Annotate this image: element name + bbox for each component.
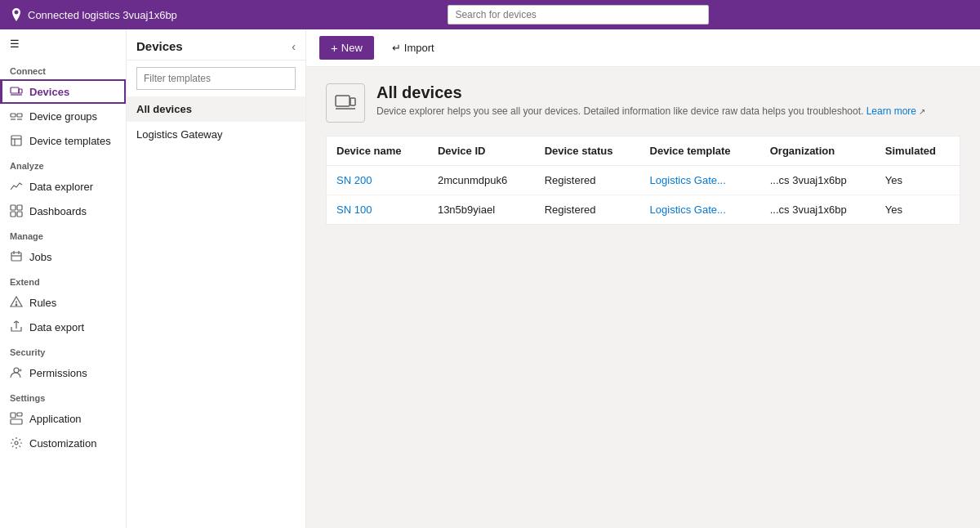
app-name: Connected logistics 3vuaj1x6bp: [28, 9, 177, 21]
table-row: SN 100 13n5b9yiael Registered Logistics …: [327, 195, 960, 225]
sidebar-item-data-export[interactable]: Data export: [0, 315, 126, 339]
col-simulated: Simulated: [875, 136, 960, 166]
sidebar-item-application-label: Application: [29, 413, 82, 425]
devices-panel: Devices ‹ All devices Logistics Gateway: [127, 29, 306, 528]
learn-more-link[interactable]: Learn more: [866, 105, 916, 117]
devices-table: Device name Device ID Device status Devi…: [326, 136, 960, 225]
application-icon: [10, 412, 23, 425]
svg-rect-14: [11, 253, 21, 261]
svg-rect-3: [11, 114, 16, 117]
new-button[interactable]: + New: [319, 36, 374, 60]
templates-icon: [10, 134, 23, 147]
section-label-settings: Settings: [0, 385, 126, 406]
sidebar-item-devices-label: Devices: [29, 86, 69, 98]
permissions-icon: [10, 366, 23, 379]
device-icon-box: [326, 83, 365, 123]
cell-device-id-0: 2mcunmdpuk6: [428, 166, 535, 195]
import-button-label: Import: [404, 42, 434, 54]
section-label-manage: Manage: [0, 223, 126, 244]
svg-point-27: [15, 441, 18, 445]
main-layout: ☰ Connect Devices Device groups Device t…: [0, 29, 980, 528]
device-template-link-1[interactable]: Logistics Gate...: [650, 204, 726, 216]
sidebar-item-data-export-label: Data export: [29, 321, 84, 333]
svg-rect-26: [11, 419, 22, 424]
search-input[interactable]: [448, 5, 709, 25]
sidebar-item-customization-label: Customization: [29, 437, 96, 450]
col-device-status: Device status: [535, 136, 640, 166]
cell-simulated-0: Yes: [875, 166, 960, 195]
cell-device-name-0: SN 200: [327, 166, 428, 195]
sidebar-item-devices[interactable]: Devices: [0, 79, 126, 104]
devices-panel-title: Devices: [136, 39, 183, 53]
cell-device-template-1: Logistics Gate...: [640, 195, 760, 225]
filter-input[interactable]: [136, 67, 296, 90]
svg-rect-25: [17, 413, 22, 416]
content-area: + New ↵ Import All devices: [306, 29, 980, 528]
all-devices-info: All devices Device explorer helps you se…: [376, 83, 925, 117]
devices-icon: [10, 85, 23, 98]
sidebar-item-dashboards[interactable]: Dashboards: [0, 199, 126, 223]
sidebar-item-device-templates[interactable]: Device templates: [0, 128, 126, 153]
content-toolbar: + New ↵ Import: [306, 29, 980, 67]
sidebar-item-application[interactable]: Application: [0, 406, 126, 431]
sidebar-item-customization[interactable]: Customization: [0, 431, 126, 455]
sidebar-item-permissions[interactable]: Permissions: [0, 360, 126, 385]
nav-item-all-devices[interactable]: All devices: [127, 96, 305, 122]
description-text: Device explorer helps you see all your d…: [376, 105, 863, 117]
nav-item-all-devices-label: All devices: [136, 103, 192, 115]
sidebar-item-permissions-label: Permissions: [29, 367, 87, 379]
sidebar-item-rules[interactable]: Rules: [0, 290, 126, 315]
table-body: SN 200 2mcunmdpuk6 Registered Logistics …: [327, 166, 960, 225]
svg-rect-0: [11, 87, 19, 93]
new-button-label: New: [341, 42, 363, 54]
sidebar-item-jobs[interactable]: Jobs: [0, 244, 126, 269]
device-name-link-0[interactable]: SN 200: [336, 174, 372, 186]
section-label-security: Security: [0, 339, 126, 360]
svg-rect-12: [11, 212, 16, 217]
device-name-link-1[interactable]: SN 100: [336, 204, 372, 216]
explorer-icon: [10, 180, 23, 193]
svg-rect-4: [17, 114, 22, 117]
svg-rect-28: [336, 96, 350, 106]
sidebar-item-device-templates-label: Device templates: [29, 135, 111, 147]
cell-device-status-0: Registered: [535, 166, 640, 195]
close-panel-button[interactable]: ‹: [292, 40, 296, 53]
svg-point-20: [16, 304, 17, 306]
customization-icon: [10, 436, 23, 450]
external-link-icon: ↗: [919, 107, 925, 116]
cell-device-template-0: Logistics Gate...: [640, 166, 760, 195]
all-devices-description: Device explorer helps you see all your d…: [376, 105, 925, 117]
svg-rect-1: [19, 89, 22, 93]
sidebar-item-dashboards-label: Dashboards: [29, 205, 87, 217]
svg-rect-7: [11, 136, 21, 145]
sidebar-item-data-explorer[interactable]: Data explorer: [0, 174, 126, 199]
device-template-link-0[interactable]: Logistics Gate...: [650, 174, 726, 186]
import-icon: ↵: [392, 42, 401, 54]
location-pin-icon: [10, 8, 23, 21]
groups-icon: [10, 110, 23, 123]
table-header-row: Device name Device ID Device status Devi…: [327, 136, 960, 166]
sidebar-item-jobs-label: Jobs: [29, 251, 51, 263]
col-device-name: Device name: [327, 136, 428, 166]
rules-icon: [10, 296, 23, 309]
sidebar-item-device-groups[interactable]: Device groups: [0, 104, 126, 128]
svg-rect-29: [350, 98, 355, 105]
col-device-template: Device template: [640, 136, 760, 166]
sidebar-item-device-groups-label: Device groups: [29, 110, 97, 123]
col-organization: Organization: [760, 136, 875, 166]
section-label-analyze: Analyze: [0, 153, 126, 174]
dashboards-icon: [10, 204, 23, 217]
topbar: Connected logistics 3vuaj1x6bp: [0, 0, 980, 29]
all-devices-header: All devices Device explorer helps you se…: [326, 83, 960, 123]
content-body: All devices Device explorer helps you se…: [306, 67, 980, 528]
nav-item-logistics-gateway-label: Logistics Gateway: [136, 128, 223, 141]
nav-item-logistics-gateway[interactable]: Logistics Gateway: [127, 122, 305, 147]
table-header: Device name Device ID Device status Devi…: [327, 136, 960, 166]
all-devices-icon: [334, 92, 357, 114]
svg-rect-10: [11, 205, 16, 210]
import-button[interactable]: ↵ Import: [381, 37, 446, 59]
hamburger-button[interactable]: ☰: [0, 29, 126, 58]
all-devices-title: All devices: [376, 83, 925, 102]
table-row: SN 200 2mcunmdpuk6 Registered Logistics …: [327, 166, 960, 195]
col-device-id: Device ID: [428, 136, 535, 166]
